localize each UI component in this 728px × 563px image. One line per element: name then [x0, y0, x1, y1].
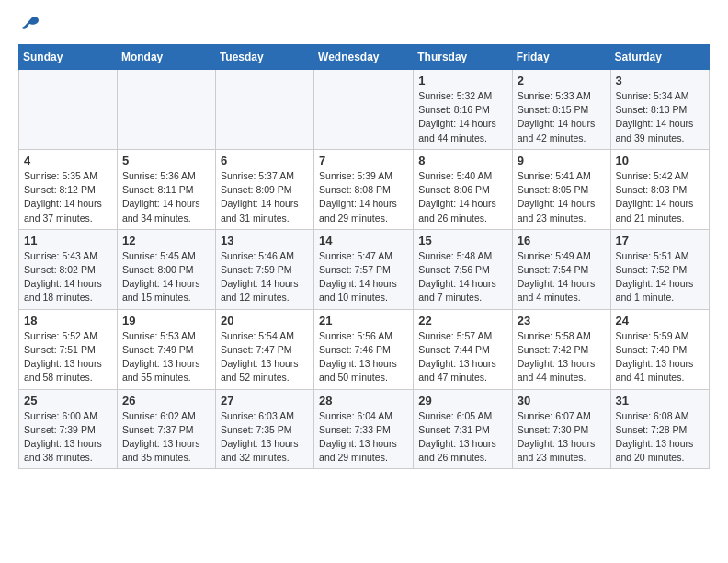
calendar-week-row: 25Sunrise: 6:00 AM Sunset: 7:39 PM Dayli…	[19, 389, 710, 469]
calendar-cell: 6Sunrise: 5:37 AM Sunset: 8:09 PM Daylig…	[215, 149, 313, 229]
calendar-cell: 22Sunrise: 5:57 AM Sunset: 7:44 PM Dayli…	[414, 309, 512, 389]
calendar-cell: 15Sunrise: 5:48 AM Sunset: 7:56 PM Dayli…	[414, 229, 512, 309]
calendar-cell: 24Sunrise: 5:59 AM Sunset: 7:40 PM Dayli…	[610, 309, 709, 389]
day-info: Sunrise: 6:07 AM Sunset: 7:30 PM Dayligh…	[518, 409, 606, 465]
calendar-cell: 1Sunrise: 5:32 AM Sunset: 8:16 PM Daylig…	[414, 70, 512, 150]
day-number: 27	[221, 394, 309, 408]
day-number: 17	[616, 234, 704, 247]
day-info: Sunrise: 5:48 AM Sunset: 7:56 PM Dayligh…	[418, 249, 506, 305]
day-number: 2	[518, 74, 606, 87]
day-number: 6	[221, 154, 309, 167]
day-info: Sunrise: 6:02 AM Sunset: 7:37 PM Dayligh…	[122, 409, 210, 465]
calendar-table: SundayMondayTuesdayWednesdayThursdayFrid…	[18, 44, 710, 469]
day-info: Sunrise: 5:47 AM Sunset: 7:57 PM Dayligh…	[319, 249, 408, 305]
calendar-cell: 21Sunrise: 5:56 AM Sunset: 7:46 PM Dayli…	[314, 309, 414, 389]
day-number: 4	[24, 154, 112, 167]
calendar-cell: 14Sunrise: 5:47 AM Sunset: 7:57 PM Dayli…	[314, 229, 414, 309]
day-info: Sunrise: 5:52 AM Sunset: 7:51 PM Dayligh…	[24, 329, 112, 385]
day-info: Sunrise: 5:46 AM Sunset: 7:59 PM Dayligh…	[221, 249, 309, 305]
calendar-cell: 2Sunrise: 5:33 AM Sunset: 8:15 PM Daylig…	[512, 70, 610, 150]
weekday-header-tuesday: Tuesday	[215, 45, 313, 70]
day-number: 29	[418, 394, 506, 408]
calendar-week-row: 1Sunrise: 5:32 AM Sunset: 8:16 PM Daylig…	[19, 70, 710, 150]
day-info: Sunrise: 5:32 AM Sunset: 8:16 PM Dayligh…	[418, 89, 506, 145]
calendar-week-row: 11Sunrise: 5:43 AM Sunset: 8:02 PM Dayli…	[19, 229, 710, 309]
day-number: 22	[418, 314, 506, 327]
calendar-week-row: 4Sunrise: 5:35 AM Sunset: 8:12 PM Daylig…	[19, 149, 710, 229]
calendar-cell: 11Sunrise: 5:43 AM Sunset: 8:02 PM Dayli…	[19, 229, 118, 309]
calendar-cell: 28Sunrise: 6:04 AM Sunset: 7:33 PM Dayli…	[314, 389, 414, 469]
calendar-cell: 13Sunrise: 5:46 AM Sunset: 7:59 PM Dayli…	[215, 229, 313, 309]
day-info: Sunrise: 5:37 AM Sunset: 8:09 PM Dayligh…	[221, 169, 309, 225]
day-info: Sunrise: 5:33 AM Sunset: 8:15 PM Dayligh…	[518, 89, 606, 145]
day-number: 24	[616, 314, 704, 327]
day-info: Sunrise: 5:57 AM Sunset: 7:44 PM Dayligh…	[418, 329, 506, 385]
weekday-header-sunday: Sunday	[19, 45, 118, 70]
calendar-cell	[314, 70, 414, 150]
day-info: Sunrise: 5:45 AM Sunset: 8:00 PM Dayligh…	[122, 249, 210, 305]
calendar-cell: 19Sunrise: 5:53 AM Sunset: 7:49 PM Dayli…	[117, 309, 215, 389]
day-info: Sunrise: 5:34 AM Sunset: 8:13 PM Dayligh…	[616, 89, 704, 145]
header	[18, 15, 710, 37]
day-info: Sunrise: 6:00 AM Sunset: 7:39 PM Dayligh…	[24, 409, 112, 465]
day-number: 3	[616, 74, 704, 87]
day-number: 16	[518, 234, 606, 247]
weekday-header-friday: Friday	[512, 45, 610, 70]
day-info: Sunrise: 5:51 AM Sunset: 7:52 PM Dayligh…	[616, 249, 704, 305]
day-number: 15	[418, 234, 506, 247]
logo-bird-icon	[20, 15, 40, 37]
calendar-cell: 31Sunrise: 6:08 AM Sunset: 7:28 PM Dayli…	[610, 389, 709, 469]
day-info: Sunrise: 5:36 AM Sunset: 8:11 PM Dayligh…	[122, 169, 210, 225]
calendar-cell: 9Sunrise: 5:41 AM Sunset: 8:05 PM Daylig…	[512, 149, 610, 229]
calendar-cell: 30Sunrise: 6:07 AM Sunset: 7:30 PM Dayli…	[512, 389, 610, 469]
calendar-week-row: 18Sunrise: 5:52 AM Sunset: 7:51 PM Dayli…	[19, 309, 710, 389]
day-number: 23	[518, 314, 606, 327]
calendar-cell: 16Sunrise: 5:49 AM Sunset: 7:54 PM Dayli…	[512, 229, 610, 309]
day-number: 14	[319, 234, 408, 247]
calendar-cell: 23Sunrise: 5:58 AM Sunset: 7:42 PM Dayli…	[512, 309, 610, 389]
day-info: Sunrise: 5:49 AM Sunset: 7:54 PM Dayligh…	[518, 249, 606, 305]
day-number: 7	[319, 154, 408, 167]
logo	[18, 15, 40, 37]
day-number: 28	[319, 394, 408, 408]
day-info: Sunrise: 5:42 AM Sunset: 8:03 PM Dayligh…	[616, 169, 704, 225]
day-info: Sunrise: 6:05 AM Sunset: 7:31 PM Dayligh…	[418, 409, 506, 465]
day-info: Sunrise: 5:56 AM Sunset: 7:46 PM Dayligh…	[319, 329, 408, 385]
day-number: 13	[221, 234, 309, 247]
calendar-cell: 29Sunrise: 6:05 AM Sunset: 7:31 PM Dayli…	[414, 389, 512, 469]
weekday-header-monday: Monday	[117, 45, 215, 70]
day-number: 18	[24, 314, 112, 327]
calendar-cell: 20Sunrise: 5:54 AM Sunset: 7:47 PM Dayli…	[215, 309, 313, 389]
day-number: 30	[518, 394, 606, 408]
day-number: 5	[122, 154, 210, 167]
day-number: 11	[24, 234, 112, 247]
calendar-cell: 4Sunrise: 5:35 AM Sunset: 8:12 PM Daylig…	[19, 149, 118, 229]
day-number: 31	[616, 394, 704, 408]
calendar-cell: 8Sunrise: 5:40 AM Sunset: 8:06 PM Daylig…	[414, 149, 512, 229]
day-number: 9	[518, 154, 606, 167]
day-number: 1	[418, 74, 506, 87]
calendar-cell: 18Sunrise: 5:52 AM Sunset: 7:51 PM Dayli…	[19, 309, 118, 389]
day-info: Sunrise: 6:04 AM Sunset: 7:33 PM Dayligh…	[319, 409, 408, 465]
weekday-header-thursday: Thursday	[414, 45, 512, 70]
calendar-cell: 17Sunrise: 5:51 AM Sunset: 7:52 PM Dayli…	[610, 229, 709, 309]
day-info: Sunrise: 6:03 AM Sunset: 7:35 PM Dayligh…	[221, 409, 309, 465]
calendar-cell: 26Sunrise: 6:02 AM Sunset: 7:37 PM Dayli…	[117, 389, 215, 469]
calendar-cell: 5Sunrise: 5:36 AM Sunset: 8:11 PM Daylig…	[117, 149, 215, 229]
day-info: Sunrise: 5:43 AM Sunset: 8:02 PM Dayligh…	[24, 249, 112, 305]
calendar-cell	[117, 70, 215, 150]
calendar-cell	[215, 70, 313, 150]
calendar-cell: 10Sunrise: 5:42 AM Sunset: 8:03 PM Dayli…	[610, 149, 709, 229]
calendar-header-row: SundayMondayTuesdayWednesdayThursdayFrid…	[19, 45, 710, 70]
day-number: 20	[221, 314, 309, 327]
day-number: 25	[24, 394, 112, 408]
calendar-cell	[19, 70, 118, 150]
day-info: Sunrise: 5:58 AM Sunset: 7:42 PM Dayligh…	[518, 329, 606, 385]
calendar-cell: 12Sunrise: 5:45 AM Sunset: 8:00 PM Dayli…	[117, 229, 215, 309]
day-info: Sunrise: 5:41 AM Sunset: 8:05 PM Dayligh…	[518, 169, 606, 225]
day-number: 21	[319, 314, 408, 327]
weekday-header-wednesday: Wednesday	[314, 45, 414, 70]
day-info: Sunrise: 5:35 AM Sunset: 8:12 PM Dayligh…	[24, 169, 112, 225]
day-number: 8	[418, 154, 506, 167]
day-number: 19	[122, 314, 210, 327]
